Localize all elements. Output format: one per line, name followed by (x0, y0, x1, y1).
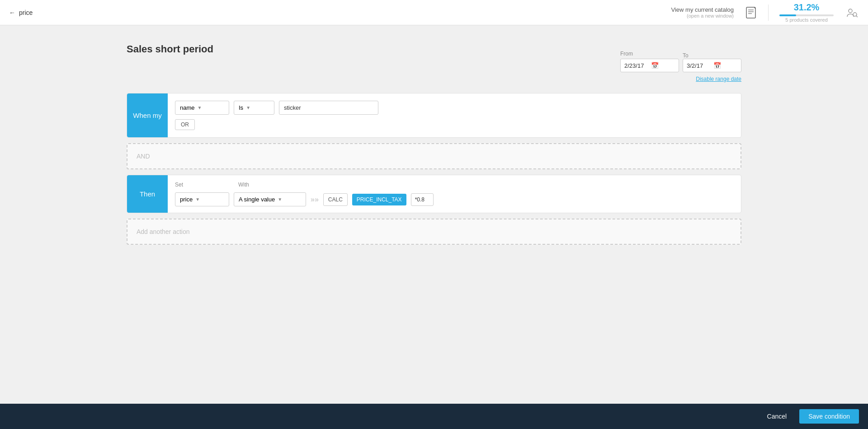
header-left: ← price (9, 9, 33, 16)
to-date-input[interactable]: 3/2/17 📅 (683, 59, 741, 72)
operator-selector-chevron: ▼ (246, 105, 250, 110)
back-button[interactable]: ← price (9, 9, 33, 16)
cancel-button[interactable]: Cancel (760, 409, 794, 424)
footer: Cancel Save condition (0, 404, 868, 429)
from-calendar-icon: 📅 (651, 62, 675, 69)
when-my-content: name ▼ Is ▼ OR (168, 93, 741, 137)
when-my-label: When my (127, 93, 168, 137)
arrows-icon: »» (311, 196, 319, 204)
or-button[interactable]: OR (175, 119, 195, 130)
save-condition-button[interactable]: Save condition (799, 409, 859, 424)
disable-row: Disable range date (692, 74, 741, 82)
catalog-link-main: View my current catalog (671, 6, 734, 13)
set-label: Set (175, 182, 229, 188)
header-divider (768, 5, 769, 21)
page-title: Sales short period (127, 43, 213, 55)
catalog-link[interactable]: View my current catalog (open a new wind… (671, 6, 734, 19)
svg-line-6 (856, 16, 858, 17)
with-label: With (238, 182, 311, 188)
from-date-value: 2/23/17 (624, 62, 648, 69)
add-action-block[interactable]: Add another action (127, 219, 741, 245)
progress-label: 5 products covered (779, 17, 834, 23)
or-row: OR (175, 119, 734, 130)
field-selector-chevron: ▼ (198, 105, 202, 110)
to-label: To (683, 52, 741, 59)
with-selector-chevron: ▼ (278, 197, 282, 202)
svg-rect-0 (746, 7, 755, 18)
with-field-group: A single value ▼ (234, 192, 306, 206)
then-row: price ▼ A single value ▼ »» CALC PRICE_I… (175, 192, 734, 206)
set-selector[interactable]: price ▼ (175, 192, 229, 206)
header-right: View my current catalog (open a new wind… (671, 2, 859, 23)
date-to-separator: To 3/2/17 📅 (683, 52, 741, 72)
when-condition-row: name ▼ Is ▼ (175, 101, 734, 115)
breadcrumb-label: price (19, 9, 33, 16)
then-block: Then Set With price ▼ (127, 175, 741, 213)
add-action-label: Add another action (137, 228, 190, 235)
to-date-value: 3/2/17 (687, 62, 711, 69)
progress-percent: 31.2% (779, 2, 834, 13)
progress-bar-wrap (779, 14, 834, 16)
price-tag-badge: PRICE_INCL_TAX (352, 194, 406, 205)
from-field-group: From 2/23/17 📅 (620, 51, 679, 72)
progress-bar-fill (779, 14, 796, 16)
person-search-icon[interactable] (844, 5, 859, 20)
operator-selector-value: Is (239, 104, 243, 111)
value-input[interactable] (279, 101, 378, 115)
catalog-icon[interactable] (745, 5, 757, 20)
formula-input[interactable] (411, 193, 434, 206)
and-block[interactable]: AND (127, 143, 741, 169)
and-label: AND (137, 153, 150, 160)
set-selector-value: price (180, 196, 193, 203)
date-range-row: From 2/23/17 📅 To 3/2/17 📅 (620, 43, 741, 72)
with-selector[interactable]: A single value ▼ (234, 192, 306, 206)
operator-selector[interactable]: Is ▼ (234, 101, 274, 115)
from-label: From (620, 51, 679, 57)
field-selector-value: name (180, 104, 195, 111)
main-content: Sales short period From 2/23/17 📅 To 3/2… (0, 25, 868, 404)
calc-badge: CALC (323, 193, 348, 206)
set-with-labels: Set With (175, 182, 734, 189)
progress-section: 31.2% 5 products covered (779, 2, 834, 23)
disable-range-link[interactable]: Disable range date (696, 76, 741, 82)
then-content: Set With price ▼ A single value ▼ (168, 175, 741, 213)
top-area: Sales short period From 2/23/17 📅 To 3/2… (127, 43, 741, 84)
then-label: Then (127, 175, 168, 213)
when-my-block: When my name ▼ Is ▼ OR (127, 93, 741, 138)
back-arrow-icon: ← (9, 9, 15, 16)
header: ← price View my current catalog (open a … (0, 0, 868, 25)
with-selector-value: A single value (239, 196, 275, 203)
catalog-link-sub: (open a new window) (671, 13, 734, 19)
date-range-outer: From 2/23/17 📅 To 3/2/17 📅 Disable range… (620, 43, 741, 82)
to-calendar-icon: 📅 (713, 62, 737, 69)
set-field-group: price ▼ (175, 192, 229, 206)
field-selector[interactable]: name ▼ (175, 101, 229, 115)
svg-point-5 (853, 13, 857, 16)
from-date-input[interactable]: 2/23/17 📅 (620, 59, 679, 72)
set-selector-chevron: ▼ (195, 197, 200, 202)
svg-point-4 (849, 9, 852, 13)
